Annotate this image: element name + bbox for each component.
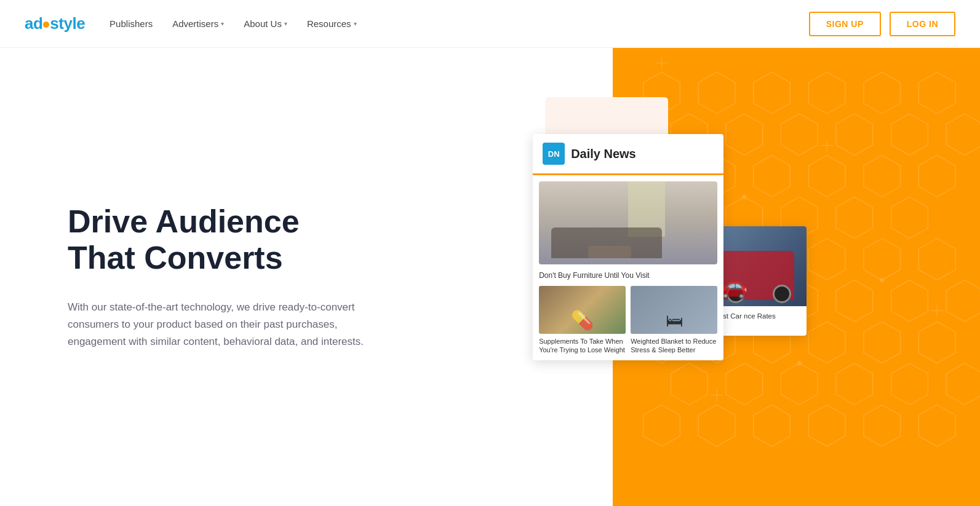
login-button[interactable]: LOG IN [890,12,955,36]
main-widget-caption: Don't Buy Furniture Until You Visit [539,267,717,286]
logo-text: adstyle [25,14,85,33]
nav: Publishers Advertisers ▾ About Us ▾ Reso… [110,18,356,29]
wheel-back [727,285,745,303]
hero-left: Drive Audience That Converts With our st… [0,48,539,506]
header: adstyle Publishers Advertisers ▾ About U… [0,0,980,48]
widget-body: Don't Buy Furniture Until You Visit Supp… [533,175,723,360]
daily-news-widget: DN Daily News Don't Buy [533,134,723,360]
widget-small-grid: Supplements To Take When You're Trying t… [539,286,717,355]
blanket-img [631,286,717,334]
supplements-caption: Supplements To Take When You're Trying t… [539,337,626,355]
logo[interactable]: adstyle [25,14,85,33]
advertisers-chevron-icon: ▾ [221,20,224,27]
blanket-item: Weighted Blanket to Reduce Stress & Slee… [631,286,717,355]
wheel-front [773,285,791,303]
dn-icon: DN [543,143,565,165]
header-left: adstyle Publishers Advertisers ▾ About U… [25,14,357,33]
nav-resources[interactable]: Resources ▾ [307,18,357,29]
nav-advertisers[interactable]: Advertisers ▾ [172,18,224,29]
hero-subtext: With our state-of-the-art technology, we… [68,299,388,350]
widget-title: Daily News [571,147,636,161]
supplements-img [539,286,626,334]
blanket-caption: Weighted Blanket to Reduce Stress & Slee… [631,337,717,355]
hero-right: DN Daily News Don't Buy [539,48,980,506]
supplements-item: Supplements To Take When You're Trying t… [539,286,626,355]
logo-dot-icon [43,22,49,28]
table-shape [588,246,631,258]
signup-button[interactable]: SIGN UP [809,12,881,36]
resources-chevron-icon: ▾ [354,20,357,27]
hero-section: Drive Audience That Converts With our st… [0,48,980,506]
main-room-img [539,181,717,264]
nav-publishers[interactable]: Publishers [110,18,153,29]
header-actions: SIGN UP LOG IN [809,12,955,36]
nav-about-us[interactable]: About Us ▾ [244,18,287,29]
hero-headline: Drive Audience That Converts [68,204,502,277]
widget-header: DN Daily News [533,134,723,175]
about-chevron-icon: ▾ [284,20,287,27]
